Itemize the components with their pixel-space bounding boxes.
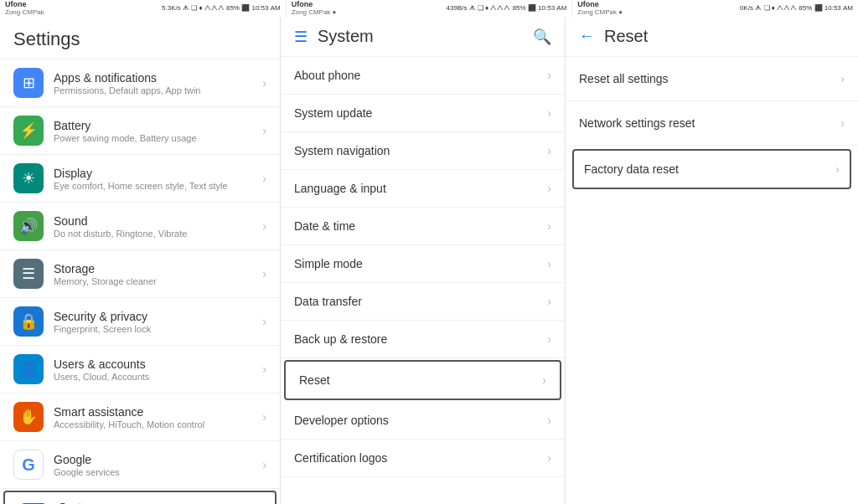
carrier-name-2: Zong CMPak: [5, 9, 44, 17]
status-bar-1: Ufone Zong CMPak 5.3K/s ᗑ ❏ ♦ ᐱᐱᐱ 85% ⬛ …: [0, 0, 287, 17]
system-item-backup[interactable]: Back up & restore ›: [281, 321, 565, 358]
back-icon[interactable]: ←: [579, 28, 594, 45]
navigation-chevron: ›: [547, 144, 551, 157]
all-settings-chevron: ›: [840, 72, 845, 85]
sound-icon: 🔊: [13, 211, 44, 241]
storage-label: Storage: [54, 262, 262, 275]
display-icon: ☀: [13, 163, 44, 193]
status-bars: Ufone Zong CMPak 5.3K/s ᗑ ❏ ♦ ᐱᐱᐱ 85% ⬛ …: [0, 0, 858, 17]
carrier-name-6: Zong CMPak ●: [577, 9, 623, 17]
system-item-datatransfer[interactable]: Data transfer ›: [281, 283, 565, 321]
settings-item-google[interactable]: G Google Google services ›: [0, 441, 280, 489]
search-icon[interactable]: 🔍: [533, 28, 551, 46]
certification-chevron: ›: [547, 451, 551, 465]
datetime-chevron: ›: [547, 219, 551, 233]
simple-chevron: ›: [547, 257, 551, 270]
settings-item-storage[interactable]: ☰ Storage Memory, Storage cleaner ›: [0, 250, 280, 298]
display-chevron: ›: [262, 172, 266, 185]
system-item-certification[interactable]: Certification logos ›: [281, 440, 565, 477]
security-sub: Fingerprint, Screen lock: [54, 324, 262, 334]
smart-label: Smart assistance: [54, 405, 262, 419]
reset-chevron: ›: [542, 373, 546, 387]
settings-item-system[interactable]: 📱 System System navigation, System updat…: [3, 491, 277, 504]
security-label: Security & privacy: [54, 310, 262, 323]
reset-items-list: Reset all settings › Network settings re…: [566, 57, 858, 504]
google-sub: Google services: [54, 467, 262, 477]
reset-header: ← Reset: [566, 17, 858, 57]
users-label: Users & accounts: [54, 357, 262, 371]
system-item-update[interactable]: System update ›: [281, 95, 565, 132]
storage-chevron: ›: [262, 267, 266, 280]
system-item-reset[interactable]: Reset ›: [284, 360, 561, 400]
system-item-datetime[interactable]: Date & time ›: [281, 208, 565, 245]
system-item-navigation[interactable]: System navigation ›: [281, 132, 565, 170]
backup-chevron: ›: [547, 332, 551, 346]
security-icon: 🔒: [13, 306, 44, 337]
system-item-developer[interactable]: Developer options ›: [281, 402, 565, 440]
reset-item-factory[interactable]: Factory data reset ›: [572, 149, 851, 189]
storage-sub: Memory, Storage cleaner: [54, 276, 262, 286]
network-reset-chevron: ›: [840, 116, 845, 130]
settings-item-security[interactable]: 🔒 Security & privacy Fingerprint, Screen…: [0, 298, 280, 346]
apps-icon: ⊞: [13, 68, 44, 98]
about-chevron: ›: [547, 69, 551, 82]
system-item-simple[interactable]: Simple mode ›: [281, 245, 565, 283]
carrier-name-4: Zong CMPak ●: [292, 9, 337, 17]
apps-sub: Permissions, Default apps, App twin: [54, 85, 262, 95]
update-chevron: ›: [547, 106, 551, 120]
battery-sub: Power saving mode, Battery usage: [54, 133, 262, 143]
settings-item-battery[interactable]: ⚡ Battery Power saving mode, Battery usa…: [0, 107, 280, 155]
reset-panel-title: Reset: [604, 27, 648, 46]
developer-chevron: ›: [547, 414, 551, 427]
users-chevron: ›: [262, 363, 266, 376]
smart-sub: Accessibility, HiTouch, Motion control: [54, 419, 262, 429]
settings-list: ⊞ Apps & notifications Permissions, Defa…: [0, 59, 280, 504]
apps-chevron: ›: [262, 76, 266, 90]
system-header: ☰ System 🔍: [281, 17, 565, 57]
display-sub: Eye comfort, Home screen style, Text sty…: [54, 181, 262, 191]
menu-icon[interactable]: ☰: [294, 28, 308, 46]
display-label: Display: [54, 167, 262, 180]
status-bar-2: Ufone Zong CMPak ● 439B/s ᗑ ❏ ♦ ᐱᐱᐱ 85% …: [287, 0, 573, 17]
system-item-about[interactable]: About phone ›: [281, 57, 565, 95]
reset-panel: ← Reset Reset all settings › Network set…: [566, 17, 858, 504]
reset-item-all-settings[interactable]: Reset all settings ›: [566, 57, 858, 101]
storage-icon: ☰: [13, 259, 44, 289]
settings-item-users[interactable]: 👤 Users & accounts Users, Cloud, Account…: [0, 346, 280, 393]
settings-item-smart[interactable]: ✋ Smart assistance Accessibility, HiTouc…: [0, 393, 280, 441]
main-panels: Settings ⊞ Apps & notifications Permissi…: [0, 17, 858, 504]
settings-item-display[interactable]: ☀ Display Eye comfort, Home screen style…: [0, 155, 280, 203]
system-items-list: About phone › System update › System nav…: [281, 57, 565, 504]
settings-panel: Settings ⊞ Apps & notifications Permissi…: [0, 17, 281, 504]
system-panel: ☰ System 🔍 About phone › System update ›…: [281, 17, 566, 504]
google-icon: G: [13, 450, 44, 480]
language-chevron: ›: [547, 182, 551, 195]
system-item-language[interactable]: Language & input ›: [281, 170, 565, 208]
smart-chevron: ›: [262, 410, 266, 424]
battery-label: Battery: [54, 119, 262, 132]
system-label: System: [59, 501, 257, 504]
settings-item-apps[interactable]: ⊞ Apps & notifications Permissions, Defa…: [0, 59, 280, 107]
settings-title: Settings: [0, 17, 280, 59]
security-chevron: ›: [262, 315, 266, 328]
settings-item-sound[interactable]: 🔊 Sound Do not disturb, Ringtone, Vibrat…: [0, 203, 280, 250]
google-chevron: ›: [262, 458, 266, 471]
users-icon: 👤: [13, 354, 44, 384]
status-info-1: 5.3K/s ᗑ ❏ ♦ ᐱᐱᐱ 85% ⬛ 10:53 AM: [162, 4, 281, 13]
google-label: Google: [54, 453, 262, 466]
apps-label: Apps & notifications: [54, 71, 262, 85]
sound-label: Sound: [54, 214, 262, 228]
reset-item-network[interactable]: Network settings reset ›: [566, 101, 858, 146]
battery-chevron: ›: [262, 124, 266, 137]
sound-chevron: ›: [262, 219, 266, 233]
status-bar-3: Ufone Zong CMPak ● 0K/s ᗑ ❏ ♦ ᐱᐱᐱ 85% ⬛ …: [572, 0, 858, 17]
status-info-2: 439B/s ᗑ ❏ ♦ ᐱᐱᐱ 85% ⬛ 10:53 AM: [447, 4, 567, 13]
system-panel-title: System: [318, 27, 533, 46]
datatransfer-chevron: ›: [547, 295, 551, 308]
status-info-3: 0K/s ᗑ ❏ ♦ ᐱᐱᐱ 85% ⬛ 10:53 AM: [740, 4, 853, 13]
smart-icon: ✋: [13, 402, 44, 432]
sound-sub: Do not disturb, Ringtone, Vibrate: [54, 229, 262, 239]
battery-icon: ⚡: [13, 116, 44, 146]
users-sub: Users, Cloud, Accounts: [54, 372, 262, 382]
factory-reset-chevron: ›: [835, 162, 840, 176]
